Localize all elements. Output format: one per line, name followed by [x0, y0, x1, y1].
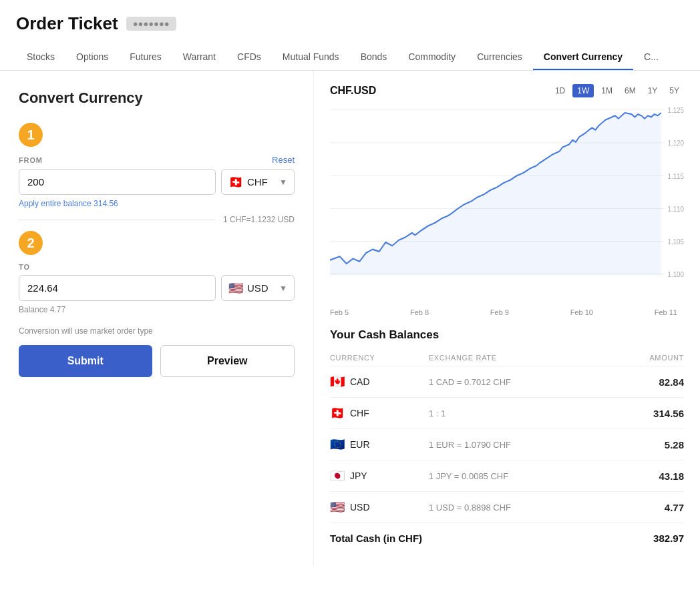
total-label: Total Cash (in CHF) [330, 523, 608, 553]
rate-eur: 1 EUR = 1.0790 CHF [429, 429, 608, 461]
preview-button[interactable]: Preview [160, 345, 295, 377]
chart-container: 1.12500 1.12000 1.11500 1.11000 1.10500 … [330, 103, 684, 303]
to-amount-input[interactable] [19, 275, 216, 301]
amount-eur: 5.28 [608, 429, 684, 461]
convert-currency-title: Convert Currency [19, 89, 295, 107]
balance-currency-eur: 🇪🇺 EUR [330, 429, 429, 461]
period-6m[interactable]: 6M [620, 84, 641, 97]
from-section-label: FROM Reset [19, 155, 295, 165]
divider-row: 1 CHF=1.1232 USD [19, 215, 295, 224]
period-1w[interactable]: 1W [572, 84, 594, 97]
to-currency-select[interactable]: 🇺🇸 USD ▼ [221, 275, 295, 301]
balances-table-header: CURRENCY EXCHANGE RATE AMOUNT [330, 350, 684, 366]
from-currency-chevron: ▼ [279, 178, 287, 187]
x-label-feb11: Feb 11 [655, 308, 677, 316]
balance-row-usd: 🇺🇸 USD 1 USD = 0.8898 CHF 4.77 [330, 492, 684, 523]
svg-text:1.11000: 1.11000 [667, 205, 684, 212]
amount-chf: 314.56 [608, 398, 684, 429]
amount-jpy: 43.18 [608, 461, 684, 492]
to-input-row: 🇺🇸 USD ▼ [19, 275, 295, 301]
chf-flag-icon: 🇨🇭 [228, 175, 243, 190]
svg-text:1.12500: 1.12500 [667, 107, 684, 114]
step-2-badge: 2 [19, 231, 295, 259]
rate-jpy: 1 JPY = 0.0085 CHF [429, 461, 608, 492]
to-currency-chevron: ▼ [279, 284, 287, 293]
balance-hint[interactable]: Apply entire balance 314.56 [19, 199, 295, 208]
curr-name-chf: CHF [350, 408, 369, 418]
to-section-label: TO [19, 263, 295, 271]
button-row: Submit Preview [19, 345, 295, 377]
from-currency-select[interactable]: 🇨🇭 CHF ▼ [221, 169, 295, 195]
x-label-feb10: Feb 10 [570, 308, 593, 316]
svg-text:1.12000: 1.12000 [667, 139, 684, 147]
main-content: Convert Currency 1 FROM Reset 🇨🇭 CHF ▼ A… [0, 71, 700, 565]
chart-symbol: CHF.USD [330, 85, 376, 97]
nav-tab-mutual-funds[interactable]: Mutual Funds [272, 45, 350, 70]
curr-name-cad: CAD [350, 376, 370, 387]
to-balance-text: Balance 4.77 [19, 305, 295, 314]
to-currency-code: USD [247, 282, 275, 294]
balance-currency-jpy: 🇯🇵 JPY [330, 461, 429, 492]
nav-tabs: StocksOptionsFuturesWarrantCFDsMutual Fu… [16, 45, 684, 70]
balance-row-jpy: 🇯🇵 JPY 1 JPY = 0.0085 CHF 43.18 [330, 461, 684, 492]
nav-tab-futures[interactable]: Futures [119, 45, 172, 70]
exchange-rate-text: 1 CHF=1.1232 USD [223, 215, 295, 224]
x-label-feb8: Feb 8 [410, 308, 429, 316]
balance-row-eur: 🇪🇺 EUR 1 EUR = 1.0790 CHF 5.28 [330, 429, 684, 461]
nav-tab-commodity[interactable]: Commodity [397, 45, 466, 70]
submit-button[interactable]: Submit [19, 345, 152, 377]
conversion-note: Conversion will use market order type [19, 326, 295, 336]
nav-tab-convert-currency[interactable]: Convert Currency [533, 45, 633, 70]
from-currency-code: CHF [247, 176, 275, 188]
period-1m[interactable]: 1M [596, 84, 617, 97]
flag-usd: 🇺🇸 [330, 500, 345, 515]
balance-row-cad: 🇨🇦 CAD 1 CAD = 0.7012 CHF 82.84 [330, 366, 684, 398]
balance-currency-usd: 🇺🇸 USD [330, 492, 429, 523]
amount-usd: 4.77 [608, 492, 684, 523]
nav-tab-options[interactable]: Options [65, 45, 119, 70]
col-amount: AMOUNT [608, 350, 684, 366]
balance-row-chf: 🇨🇭 CHF 1 : 1 314.56 [330, 398, 684, 429]
balances-table: CURRENCY EXCHANGE RATE AMOUNT 🇨🇦 CAD 1 C… [330, 350, 684, 552]
divider-line [19, 220, 215, 220]
total-row: Total Cash (in CHF) 382.97 [330, 523, 684, 553]
rate-chf: 1 : 1 [429, 398, 608, 429]
from-amount-input[interactable] [19, 169, 216, 195]
right-panel: CHF.USD 1D 1W 1M 6M 1Y 5Y 1.12500 [314, 71, 700, 565]
flag-eur: 🇪🇺 [330, 437, 345, 452]
nav-tab-c...[interactable]: C... [633, 45, 669, 70]
amount-cad: 82.84 [608, 366, 684, 398]
total-amount: 382.97 [608, 523, 684, 553]
page-title: Order Ticket [16, 13, 118, 34]
col-exchange-rate: EXCHANGE RATE [429, 350, 608, 366]
chart-header: CHF.USD 1D 1W 1M 6M 1Y 5Y [330, 84, 684, 97]
chart-x-labels: Feb 5 Feb 8 Feb 9 Feb 10 Feb 11 [330, 308, 684, 316]
from-input-row: 🇨🇭 CHF ▼ [19, 169, 295, 195]
period-1y[interactable]: 1Y [643, 84, 663, 97]
period-1d[interactable]: 1D [550, 84, 570, 97]
x-label-feb9: Feb 9 [490, 308, 509, 316]
flag-cad: 🇨🇦 [330, 374, 345, 389]
flag-jpy: 🇯🇵 [330, 469, 345, 483]
usd-flag-icon: 🇺🇸 [228, 281, 243, 296]
svg-text:1.10000: 1.10000 [667, 271, 684, 278]
left-panel: Convert Currency 1 FROM Reset 🇨🇭 CHF ▼ A… [0, 71, 314, 565]
nav-tab-stocks[interactable]: Stocks [16, 45, 65, 70]
balances-title: Your Cash Balances [330, 328, 684, 342]
period-5y[interactable]: 5Y [665, 84, 684, 97]
step-1-badge: 1 [19, 123, 295, 151]
balance-currency-cad: 🇨🇦 CAD [330, 366, 429, 398]
balance-currency-chf: 🇨🇭 CHF [330, 398, 429, 429]
rate-usd: 1 USD = 0.8898 CHF [429, 492, 608, 523]
flag-chf: 🇨🇭 [330, 406, 345, 420]
nav-tab-cfds[interactable]: CFDs [226, 45, 272, 70]
nav-tab-currencies[interactable]: Currencies [466, 45, 533, 70]
svg-text:1.10500: 1.10500 [667, 238, 684, 246]
time-period-buttons: 1D 1W 1M 6M 1Y 5Y [550, 84, 684, 97]
nav-tab-warrant[interactable]: Warrant [172, 45, 226, 70]
header: Order Ticket ●●●●●●● StocksOptionsFuture… [0, 0, 700, 71]
curr-name-eur: EUR [350, 439, 370, 450]
reset-link[interactable]: Reset [272, 155, 295, 165]
rate-cad: 1 CAD = 0.7012 CHF [429, 366, 608, 398]
nav-tab-bonds[interactable]: Bonds [350, 45, 398, 70]
